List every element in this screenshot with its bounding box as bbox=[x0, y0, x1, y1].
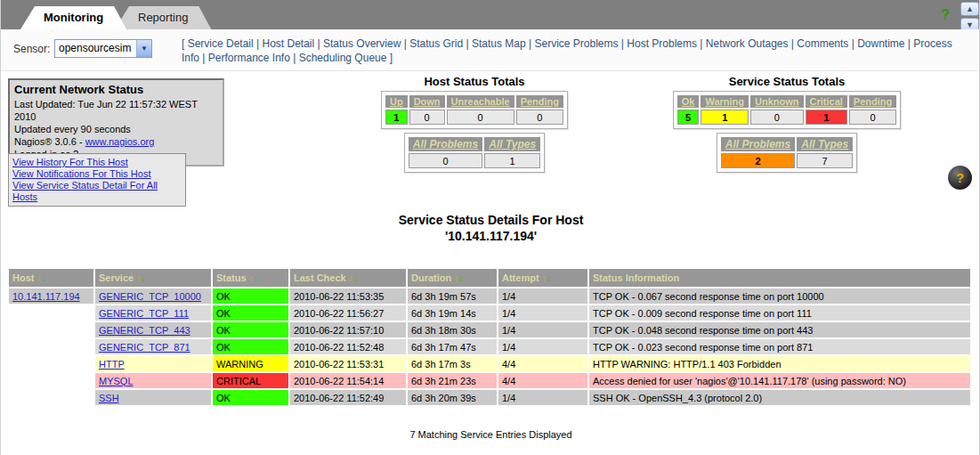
totals-header-up[interactable]: Up bbox=[390, 96, 403, 107]
service-cell: SSH bbox=[95, 390, 211, 405]
sort-descending-icon[interactable]: ↓ bbox=[141, 273, 145, 283]
chevron-down-icon[interactable]: ▼ bbox=[136, 40, 151, 57]
totals-value-unknown: 0 bbox=[750, 110, 804, 125]
nav-link-host-problems[interactable]: Host Problems bbox=[627, 37, 697, 50]
status-cell: OK bbox=[213, 288, 288, 304]
attempt-cell: 1/4 bbox=[498, 305, 587, 321]
status-information-cell: HTTP WARNING: HTTP/1.1 403 Forbidden bbox=[589, 356, 970, 371]
totals-header-ok[interactable]: Ok bbox=[682, 96, 695, 107]
nav-link-status-map[interactable]: Status Map bbox=[472, 37, 526, 50]
nagios-monitoring-screen: Monitoring Reporting ? ▲ ▼ Sensor: opens… bbox=[0, 0, 980, 455]
network-status-title: Current Network Status bbox=[14, 83, 218, 96]
nav-link-service-detail[interactable]: Service Detail bbox=[188, 37, 254, 50]
sort-descending-icon[interactable]: ↓ bbox=[547, 273, 551, 283]
column-header-attempt: Attempt↑↓ bbox=[498, 269, 587, 287]
nav-link-host-detail[interactable]: Host Detail bbox=[263, 37, 315, 50]
service-link[interactable]: SSH bbox=[99, 393, 119, 403]
nav-link-status-grid[interactable]: Status Grid bbox=[409, 37, 463, 50]
totals-header-critical[interactable]: Critical bbox=[810, 96, 843, 107]
detail-title-line2: '10.141.117.194' bbox=[1, 228, 980, 244]
view-link[interactable]: View History For This Host bbox=[12, 157, 182, 168]
service-link[interactable]: GENERIC_TCP_871 bbox=[99, 342, 190, 353]
totals-header-unreachable[interactable]: Unreachable bbox=[451, 96, 510, 107]
service-link[interactable]: HTTP bbox=[99, 359, 125, 370]
sort-descending-icon[interactable]: ↓ bbox=[254, 273, 258, 283]
service-status-table: Host↑↓Service↑↓Status↑↓Last Check↑↓Durat… bbox=[7, 267, 972, 407]
attempt-cell: 4/4 bbox=[498, 356, 587, 371]
last-check-cell: 2010-06-22 11:53:31 bbox=[290, 356, 406, 371]
nav-link-performance-info[interactable]: Performance Info bbox=[208, 52, 290, 64]
status-information-cell: TCP OK - 0.067 second response time on p… bbox=[589, 288, 970, 304]
totals-header-down[interactable]: Down bbox=[414, 96, 441, 107]
totals-header-all-types[interactable]: All Types bbox=[489, 138, 536, 150]
view-links-box: View History For This HostView Notificat… bbox=[8, 153, 186, 207]
sort-descending-icon[interactable]: ↓ bbox=[41, 273, 45, 283]
last-check-cell: 2010-06-22 11:57:10 bbox=[290, 322, 406, 337]
detail-title-line1: Service Status Details For Host bbox=[1, 212, 980, 228]
status-information-cell: TCP OK - 0.048 second response time on p… bbox=[589, 322, 970, 337]
host-cell bbox=[9, 339, 93, 354]
nagios-org-link[interactable]: www.nagios.org bbox=[85, 136, 155, 147]
host-totals-summary-table: All ProblemsAll Types01 bbox=[404, 133, 545, 173]
service-link[interactable]: GENERIC_TCP_443 bbox=[99, 325, 190, 336]
duration-cell: 6d 3h 19m 57s bbox=[408, 288, 497, 304]
totals-header-pending[interactable]: Pending bbox=[854, 96, 892, 107]
totals-header-unknown[interactable]: Unknown bbox=[755, 96, 799, 107]
duration-cell: 6d 3h 18m 30s bbox=[408, 322, 497, 337]
nav-band: Sensor: opensourcesim ▼ [ Service Detail… bbox=[1, 29, 980, 71]
service-cell: GENERIC_TCP_871 bbox=[95, 339, 211, 354]
host-link[interactable]: 10.141.117.194 bbox=[12, 291, 80, 302]
attempt-cell: 1/4 bbox=[498, 288, 587, 304]
duration-cell: 6d 3h 21m 23s bbox=[408, 373, 497, 388]
service-link[interactable]: GENERIC_TCP_111 bbox=[99, 308, 189, 319]
totals-header-pending[interactable]: Pending bbox=[521, 96, 559, 107]
totals-header-all-types[interactable]: All Types bbox=[801, 138, 848, 150]
service-link[interactable]: GENERIC_TCP_10000 bbox=[99, 291, 201, 302]
nav-link-comments[interactable]: Comments bbox=[797, 37, 848, 50]
host-cell bbox=[9, 373, 93, 388]
totals-value-down: 0 bbox=[409, 110, 445, 125]
help-icon[interactable]: ? bbox=[941, 7, 950, 23]
view-link[interactable]: View Service Status Detail For All Hosts bbox=[12, 180, 182, 203]
service-status-table-header: Host↑↓Service↑↓Status↑↓Last Check↑↓Durat… bbox=[9, 269, 970, 287]
service-cell: GENERIC_TCP_111 bbox=[95, 305, 211, 321]
matching-entries-count: 7 Matching Service Entries Displayed bbox=[1, 429, 980, 440]
host-totals-table: UpDownUnreachablePending1000 bbox=[381, 91, 568, 129]
host-cell bbox=[9, 322, 93, 337]
totals-value-unreachable: 0 bbox=[447, 110, 514, 125]
service-totals-title: Service Status Totals bbox=[640, 75, 934, 88]
tab-reporting[interactable]: Reporting bbox=[115, 6, 211, 29]
sort-descending-icon[interactable]: ↓ bbox=[458, 273, 463, 283]
service-row-generic_tcp_871: GENERIC_TCP_871OK2010-06-22 11:52:486d 3… bbox=[9, 339, 970, 354]
column-header-last-check: Last Check↑↓ bbox=[290, 269, 406, 287]
status-cell: OK bbox=[213, 339, 288, 354]
service-row-generic_tcp_10000: 10.141.117.194GENERIC_TCP_10000OK2010-06… bbox=[9, 288, 970, 304]
totals-header-all-problems[interactable]: All Problems bbox=[725, 138, 790, 150]
context-help-icon[interactable]: ? bbox=[948, 166, 972, 190]
host-status-totals: Host Status Totals UpDownUnreachablePend… bbox=[350, 75, 599, 176]
service-link[interactable]: MYSQL bbox=[99, 376, 134, 386]
service-row-generic_tcp_443: GENERIC_TCP_443OK2010-06-22 11:57:106d 3… bbox=[9, 322, 970, 337]
totals-value-pending: 0 bbox=[516, 110, 563, 125]
column-header-status: Status↑↓ bbox=[213, 269, 288, 287]
nav-link-network-outages[interactable]: Network Outages bbox=[706, 37, 789, 50]
service-status-totals: Service Status Totals OkWarningUnknownCr… bbox=[640, 75, 934, 176]
sensor-select[interactable]: opensourcesim ▼ bbox=[54, 39, 152, 58]
totals-header-all-problems[interactable]: All Problems bbox=[413, 138, 478, 150]
nav-link-downtime[interactable]: Downtime bbox=[857, 37, 904, 50]
attempt-cell: 4/4 bbox=[498, 373, 587, 388]
nav-link-scheduling-queue[interactable]: Scheduling Queue bbox=[299, 52, 387, 64]
service-cell: GENERIC_TCP_10000 bbox=[95, 288, 211, 304]
nav-link-status-overview[interactable]: Status Overview bbox=[323, 37, 401, 50]
service-cell: MYSQL bbox=[95, 373, 211, 388]
nav-link-service-problems[interactable]: Service Problems bbox=[534, 37, 618, 50]
view-link[interactable]: View Notifications For This Host bbox=[12, 168, 182, 180]
tab-monitoring[interactable]: Monitoring bbox=[20, 6, 126, 29]
sort-descending-icon[interactable]: ↓ bbox=[353, 273, 358, 283]
detail-title: Service Status Details For Host '10.141.… bbox=[1, 212, 980, 244]
duration-cell: 6d 3h 17m 47s bbox=[408, 339, 497, 354]
totals-header-warning[interactable]: Warning bbox=[705, 96, 744, 107]
host-cell bbox=[9, 356, 93, 371]
attempt-cell: 1/4 bbox=[498, 339, 587, 354]
scroll-up-icon[interactable]: ▲ bbox=[960, 2, 979, 16]
